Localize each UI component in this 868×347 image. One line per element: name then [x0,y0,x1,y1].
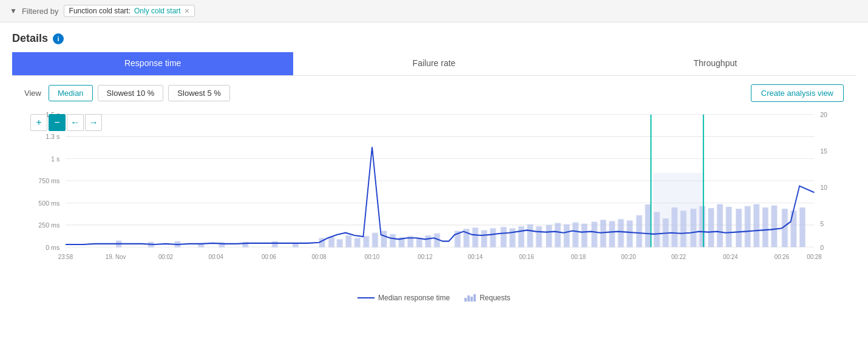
svg-rect-52 [555,223,561,248]
pan-left-button[interactable]: ← [67,114,84,131]
legend-median: Median response time [358,294,450,302]
tab-response-time[interactable]: Response time [12,52,293,75]
svg-rect-48 [518,226,524,247]
tab-failure-rate[interactable]: Failure rate [293,52,574,75]
svg-rect-51 [546,225,552,247]
svg-rect-74 [745,206,751,248]
svg-text:00:14: 00:14 [468,253,483,260]
svg-rect-47 [509,228,515,247]
filter-label: Filtered by [22,7,59,16]
filter-tag-key: Function cold start: [69,7,131,15]
svg-text:00:08: 00:08 [311,253,327,260]
svg-text:00:16: 00:16 [519,253,534,260]
create-analysis-button[interactable]: Create analysis view [751,84,844,102]
legend-requests: Requests [464,294,510,302]
chart-legend: Median response time Requests [24,290,844,307]
chart-area: + − ← → 1.5 s 1.3 s 1 s 750 ms 500 ms [12,108,856,313]
pan-right-button[interactable]: → [85,114,102,131]
filter-tag-value: Only cold start [134,7,181,15]
svg-rect-32 [363,236,369,247]
svg-rect-73 [736,209,742,247]
svg-rect-62 [645,204,651,248]
svg-rect-64 [654,212,660,247]
chart-svg: 1.5 s 1.3 s 1 s 750 ms 500 ms 250 ms 0 m… [24,108,844,290]
svg-rect-30 [345,235,351,247]
svg-rect-44 [481,230,487,247]
svg-text:250 ms: 250 ms [38,221,59,229]
filter-bar: ▼ Filtered by Function cold start: Only … [0,0,868,22]
svg-rect-69 [699,206,705,248]
filter-tag: Function cold start: Only cold start × [64,5,195,17]
svg-rect-53 [564,224,570,248]
svg-rect-50 [536,226,542,247]
view-slowest5-button[interactable]: Slowest 5 % [168,85,230,101]
svg-text:1 s: 1 s [51,155,60,163]
svg-rect-61 [636,215,642,248]
filter-icon: ▼ [10,7,17,15]
svg-text:00:18: 00:18 [571,253,586,260]
svg-text:19. Nov: 19. Nov [106,253,126,260]
svg-rect-67 [680,211,687,247]
svg-rect-70 [708,208,714,247]
zoom-out-button[interactable]: − [49,114,66,131]
svg-text:00:02: 00:02 [158,253,174,260]
svg-rect-71 [717,204,723,248]
zoom-controls: + − ← → [30,114,102,131]
svg-rect-33 [372,233,378,248]
svg-text:0 ms: 0 ms [46,243,59,251]
view-slowest10-button[interactable]: Slowest 10 % [98,85,164,101]
svg-rect-66 [671,207,677,247]
svg-text:23:58: 23:58 [58,253,73,260]
svg-text:00:20: 00:20 [621,253,636,260]
svg-rect-59 [618,219,624,247]
svg-rect-54 [572,223,578,248]
svg-rect-80 [799,207,805,247]
svg-rect-76 [762,207,768,247]
svg-rect-58 [609,221,615,247]
tabs-container: Response time Failure rate Throughput [12,52,856,76]
info-icon[interactable]: i [53,33,64,44]
svg-text:00:04: 00:04 [209,253,224,260]
svg-text:5: 5 [820,220,824,228]
svg-rect-31 [354,238,361,247]
filter-close-icon[interactable]: × [185,7,189,15]
svg-rect-77 [771,206,778,248]
svg-text:10: 10 [820,184,827,192]
svg-text:00:22: 00:22 [671,253,687,260]
svg-text:00:06: 00:06 [262,253,277,260]
svg-text:00:12: 00:12 [418,253,433,260]
chart-container: + − ← → 1.5 s 1.3 s 1 s 750 ms 500 ms [24,108,844,290]
svg-rect-75 [753,204,759,248]
svg-rect-46 [501,227,507,247]
svg-text:00:26: 00:26 [775,253,790,260]
svg-text:15: 15 [820,147,827,155]
details-title-text: Details [12,32,48,45]
svg-text:500 ms: 500 ms [38,199,59,207]
svg-rect-49 [527,224,533,248]
svg-text:750 ms: 750 ms [38,177,59,185]
svg-rect-39 [425,235,431,247]
svg-rect-60 [627,220,633,247]
svg-rect-43 [472,227,478,247]
svg-rect-57 [600,220,606,247]
legend-line-indicator [358,297,375,298]
view-median-button[interactable]: Median [49,85,93,101]
svg-rect-68 [690,209,696,247]
svg-text:1.3 s: 1.3 s [46,133,59,141]
details-section: Details i Response time Failure rate Thr… [0,22,868,313]
details-title: Details i [12,32,856,45]
view-label: View [24,89,41,98]
view-controls: View Median Slowest 10 % Slowest 5 % [24,85,230,101]
zoom-in-button[interactable]: + [30,114,47,131]
svg-rect-56 [591,222,597,248]
svg-text:00:28: 00:28 [807,253,822,260]
tab-throughput[interactable]: Throughput [575,52,856,75]
legend-median-label: Median response time [378,294,450,302]
svg-rect-72 [726,207,732,247]
svg-text:0: 0 [820,243,824,251]
svg-rect-29 [337,239,343,247]
legend-requests-label: Requests [480,294,510,302]
svg-rect-35 [390,234,396,247]
svg-text:00:24: 00:24 [723,253,738,260]
svg-rect-25 [272,241,278,248]
